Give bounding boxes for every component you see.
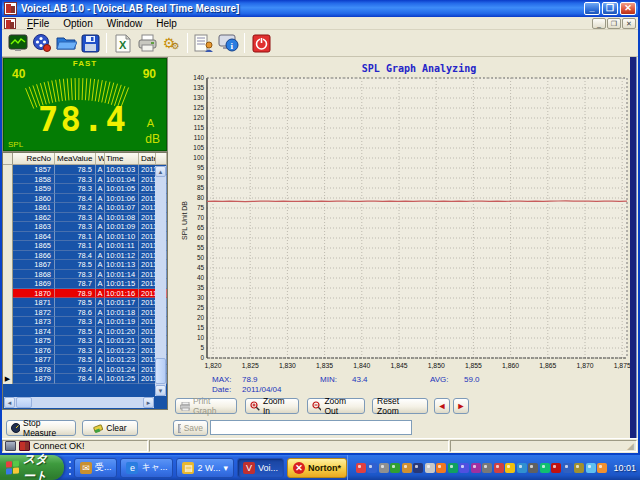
col-meavalue[interactable]: MeaValue [55, 153, 96, 165]
tray-icon[interactable] [505, 463, 515, 473]
table-row[interactable]: 187478.5A10:01:202011/0 [3, 327, 167, 337]
table-row[interactable]: ▶187978.4A10:01:252011/0 [3, 374, 167, 384]
clear-button[interactable]: Clear [82, 420, 138, 436]
print-graph-button[interactable]: Print Graph [175, 398, 237, 414]
table-row[interactable]: 187878.4A10:01:242011/0 [3, 365, 167, 375]
maximize-button[interactable]: ❐ [602, 2, 618, 15]
stop-measure-button[interactable]: Stop Measure [6, 420, 76, 436]
table-row[interactable]: 187278.6A10:01:182011/0 [3, 308, 167, 318]
tray-icon[interactable] [425, 463, 435, 473]
pan-left-button[interactable]: ◄ [434, 398, 450, 414]
table-row[interactable]: 186078.4A10:01:062011/0 [3, 194, 167, 204]
tray-icon[interactable] [459, 463, 469, 473]
table-row[interactable]: 186378.3A10:01:092011/0 [3, 222, 167, 232]
table-row[interactable]: 187778.5A10:01:232011/0 [3, 355, 167, 365]
exit-power-icon[interactable] [249, 32, 273, 55]
tray-icon[interactable] [563, 463, 573, 473]
tray-icon[interactable] [517, 463, 527, 473]
table-vertical-scrollbar[interactable]: ▲ ▼ [155, 166, 166, 396]
close-button[interactable]: ✕ [620, 2, 636, 15]
table-row[interactable]: 186578.1A10:01:112011/0 [3, 241, 167, 251]
minimize-button[interactable]: _ [584, 2, 600, 15]
menu-file[interactable]: FFile [20, 18, 56, 29]
zoom-in-button[interactable]: Zoom In [245, 398, 299, 414]
table-row[interactable]: 186878.3A10:01:142011/0 [3, 270, 167, 280]
tray-icon[interactable] [448, 463, 458, 473]
tray-icon[interactable] [367, 463, 377, 473]
tray-icon[interactable] [482, 463, 492, 473]
taskbar-button[interactable]: eキャ... [120, 458, 173, 478]
scrollbar-thumb[interactable] [16, 397, 32, 408]
menu-option[interactable]: Option [56, 18, 99, 29]
taskbar-button[interactable]: VVoi... [237, 458, 284, 478]
tray-icon[interactable] [597, 463, 607, 473]
table-row[interactable]: 186178.2A10:01:072011/0 [3, 203, 167, 213]
scroll-up-icon[interactable]: ▲ [155, 166, 166, 177]
pan-right-button[interactable]: ► [453, 398, 469, 414]
record-table-header: RecNo MeaValue W Time Date [3, 153, 167, 165]
info-icon[interactable]: i [216, 32, 240, 55]
tray-icon[interactable] [540, 463, 550, 473]
chevron-down-icon[interactable]: ▾ [223, 463, 228, 473]
table-cell: A [96, 213, 105, 223]
tray-icon[interactable] [356, 463, 366, 473]
table-row[interactable]: 187178.5A10:01:172011/0 [3, 298, 167, 308]
mdi-close-button[interactable]: ✕ [622, 18, 636, 29]
zoom-out-button[interactable]: Zoom Out [307, 398, 365, 414]
save-file-icon[interactable] [78, 32, 102, 55]
table-row[interactable]: 186978.7A10:01:152011/0 [3, 279, 167, 289]
table-row[interactable]: 186278.3A10:01:082011/0 [3, 213, 167, 223]
table-row[interactable]: 187078.9A10:01:162011/0 [3, 289, 167, 299]
menu-window[interactable]: Window [100, 18, 150, 29]
open-folder-icon[interactable] [54, 32, 78, 55]
col-recno[interactable]: RecNo [13, 153, 55, 165]
settings-gears-icon[interactable]: ⚙⚙ [159, 32, 183, 55]
taskbar-button[interactable]: ▤2 W...▾ [176, 458, 234, 478]
resize-grip[interactable]: ◢ [627, 442, 634, 451]
scroll-down-icon[interactable]: ▼ [155, 385, 166, 396]
tray-icon[interactable] [551, 463, 561, 473]
table-horizontal-scrollbar[interactable]: ◄ ► [4, 397, 154, 408]
print-icon[interactable] [135, 32, 159, 55]
table-row[interactable]: 187578.3A10:01:212011/0 [3, 336, 167, 346]
report-icon[interactable] [192, 32, 216, 55]
scroll-left-icon[interactable]: ◄ [4, 397, 15, 408]
col-time[interactable]: Time [105, 153, 139, 165]
media-record-icon[interactable] [30, 32, 54, 55]
mdi-restore-button[interactable]: ❐ [607, 18, 621, 29]
tray-icon[interactable] [574, 463, 584, 473]
tray-icon[interactable] [379, 463, 389, 473]
reset-zoom-button[interactable]: Reset Zoom [372, 398, 428, 414]
table-row[interactable]: 185878.3A10:01:042011/0 [3, 175, 167, 185]
taskbar-button[interactable]: ✉受... [74, 458, 118, 478]
mdi-minimize-button[interactable]: _ [592, 18, 606, 29]
table-row[interactable]: 185978.3A10:01:052011/0 [3, 184, 167, 194]
save-button[interactable]: Save [173, 420, 208, 436]
realtime-graph-icon[interactable] [6, 32, 30, 55]
table-row[interactable]: 185778.5A10:01:032011/0 [3, 165, 167, 175]
tray-icon[interactable] [402, 463, 412, 473]
tray-icon[interactable] [528, 463, 538, 473]
table-row[interactable]: 186478.1A10:01:102011/0 [3, 232, 167, 242]
save-filename-input[interactable] [210, 420, 412, 435]
tray-icon[interactable] [494, 463, 504, 473]
table-cell: 1879 [13, 374, 55, 384]
menu-help[interactable]: Help [149, 18, 184, 29]
scroll-right-icon[interactable]: ► [143, 397, 154, 408]
tray-icon[interactable] [413, 463, 423, 473]
table-row[interactable]: 186678.4A10:01:122011/0 [3, 251, 167, 261]
table-row[interactable]: 187378.3A10:01:192011/0 [3, 317, 167, 327]
tray-icon[interactable] [390, 463, 400, 473]
col-date[interactable]: Date [139, 153, 156, 165]
taskbar-button[interactable]: ✕Norton* [287, 458, 347, 478]
table-row[interactable]: 187678.3A10:01:222011/0 [3, 346, 167, 356]
col-w[interactable]: W [96, 153, 105, 165]
svg-text:130: 130 [193, 94, 204, 101]
excel-export-icon[interactable]: X [111, 32, 135, 55]
start-button[interactable]: スタート [0, 455, 64, 480]
tray-icon[interactable] [436, 463, 446, 473]
tray-icon[interactable] [586, 463, 596, 473]
scrollbar-thumb[interactable] [155, 358, 166, 384]
table-row[interactable]: 186778.5A10:01:132011/0 [3, 260, 167, 270]
tray-icon[interactable] [471, 463, 481, 473]
